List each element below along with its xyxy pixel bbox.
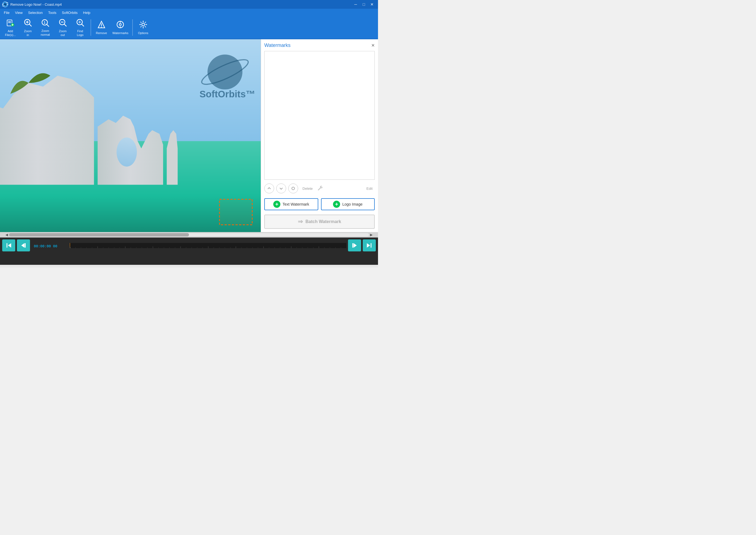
maximize-button[interactable]: □ [360,1,368,8]
panel-close-button[interactable]: ✕ [371,43,375,48]
find-logo-button[interactable]: FindLogo [72,18,88,37]
batch-watermark-label: Batch Watermark [305,219,341,224]
options-label: Options [138,31,148,35]
svg-line-37 [145,26,146,27]
timeline-prev-button[interactable] [17,239,30,251]
scroll-thumb [9,233,189,237]
watermark-list[interactable] [264,51,375,180]
svg-rect-51 [25,243,26,248]
logo-image-label: Logo Image [342,202,362,207]
timeline-end-button[interactable] [363,239,376,251]
ruler-svg [70,243,346,248]
move-down-button[interactable] [276,183,286,193]
svg-rect-48 [7,243,7,248]
text-watermark-button[interactable]: + Text Watermark [264,198,318,210]
find-logo-icon [76,18,85,28]
menu-softorbits[interactable]: SoftOrbits [59,10,80,16]
scroll-right-arrow[interactable]: ▶ [370,233,373,237]
svg-line-39 [140,26,142,27]
toolbar-separator-1 [91,19,91,36]
delete-button[interactable]: Delete [300,185,315,192]
svg-marker-50 [21,243,24,248]
app-logo [2,1,8,7]
timeline-controls: 00:00:00 00 [0,238,378,253]
remove-label: Remove [96,31,107,35]
svg-point-47 [292,187,294,190]
zoom-out-label: Zoomout [59,29,67,37]
edit-button[interactable]: Edit [364,185,375,192]
text-watermark-label: Text Watermark [283,202,309,207]
zoom-in-icon [23,18,32,28]
batch-watermark-button[interactable]: ⇒ Batch Watermark [264,214,375,229]
options-icon [139,20,148,30]
zoom-out-icon [58,18,67,28]
menu-tools[interactable]: Tools [45,10,59,16]
remove-icon [97,20,106,30]
svg-text:SoftOrbits™: SoftOrbits™ [199,89,255,99]
svg-line-20 [82,24,84,26]
circle-button[interactable] [288,183,298,193]
ruler-container [70,243,346,248]
zoom-normal-label: Zoomnormal [41,29,50,36]
toolbar-separator-2 [132,19,133,36]
zoom-normal-button[interactable]: 1 Zoomnormal [37,18,53,37]
watermarks-panel: Watermarks ✕ Delete Edit + Text Waterma [261,39,378,232]
svg-line-36 [140,22,142,23]
zoom-normal-icon-wrap: 1 [41,18,50,28]
watermarks-label: Watermarks [112,31,128,35]
menu-help[interactable]: Help [80,10,93,16]
svg-point-42 [117,137,137,167]
scroll-track[interactable] [9,233,369,237]
svg-rect-46 [219,199,252,225]
status-text: Remove watermark from the whole video. D… [3,267,375,268]
watermarks-icon: © [116,20,125,30]
timeline-area: 00:00:00 00 [0,238,378,265]
svg-line-18 [64,24,66,26]
timeline-next-button[interactable] [348,239,361,251]
remove-button[interactable]: Remove [93,18,110,37]
add-files-label: AddFile(s)... [5,29,16,37]
toolbar: AddFile(s)... Zoomin 1 Zoomnormal [0,16,378,39]
svg-marker-60 [354,243,357,248]
logo-image-button[interactable]: + Logo Image [321,198,375,210]
menu-bar: File View Selection Tools SoftOrbits Hel… [0,9,378,16]
watermark-controls: Delete Edit [264,183,375,194]
options-button[interactable]: Options [135,18,151,37]
svg-line-12 [29,24,31,26]
video-area[interactable]: SoftOrbits™ [0,39,261,232]
batch-arrow-icon: ⇒ [298,218,303,225]
menu-file[interactable]: File [1,10,12,16]
svg-text:1: 1 [43,21,45,24]
horizontal-scrollbar[interactable]: ◀ ▶ [0,232,378,238]
menu-selection[interactable]: Selection [25,10,45,16]
find-logo-label: FindLogo [77,29,83,37]
svg-line-38 [145,22,146,23]
svg-line-15 [47,24,49,26]
minimize-button[interactable]: ─ [352,1,359,8]
menu-view[interactable]: View [12,10,25,16]
main-area: SoftOrbits™ Watermarks ✕ Delete [0,39,378,232]
timeline-track[interactable]: 00:00:00 00 [32,243,346,248]
status-bar: Remove watermark from the whole video. D… [0,265,378,268]
svg-point-2 [4,3,7,6]
close-button[interactable]: ✕ [368,1,376,8]
svg-rect-61 [352,243,353,248]
svg-point-43 [208,55,242,89]
watermarks-button[interactable]: © Watermarks [111,18,130,37]
scroll-left-arrow[interactable]: ◀ [6,233,8,237]
svg-point-31 [142,23,145,26]
svg-rect-59 [70,243,346,248]
wrench-icon [317,185,322,192]
logo-image-plus-icon: + [333,201,340,208]
move-up-button[interactable] [264,183,274,193]
cliff-scene: SoftOrbits™ [0,39,261,232]
zoom-out-button[interactable]: Zoomout [55,18,71,37]
add-files-button[interactable]: AddFile(s)... [2,18,18,37]
svg-rect-62 [371,243,372,248]
add-files-icon [6,18,15,28]
zoom-in-button[interactable]: Zoomin [20,18,36,37]
timeline-start-button[interactable] [2,239,15,251]
title-bar: Remove Logo Now! - Coast.mp4 ─ □ ✕ [0,0,378,9]
svg-marker-49 [8,243,11,248]
panel-header: Watermarks ✕ [264,42,375,48]
